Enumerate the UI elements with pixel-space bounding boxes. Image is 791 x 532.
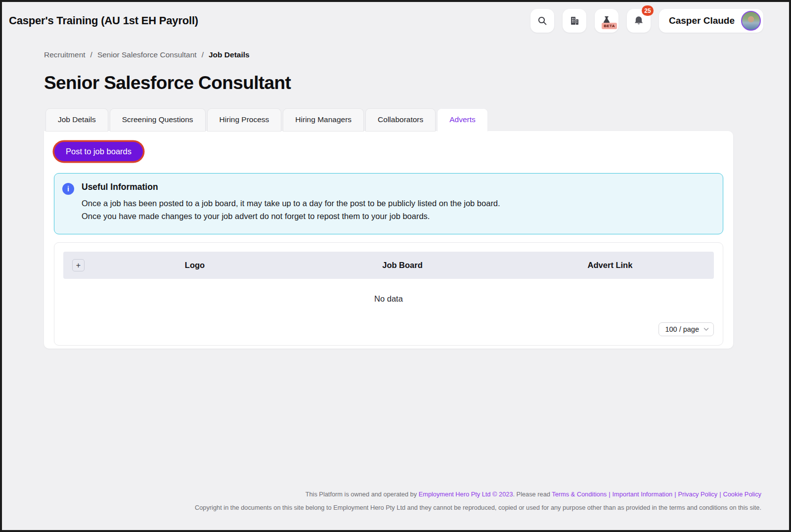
user-menu[interactable]: Casper Claude xyxy=(659,9,763,33)
post-to-job-boards-button[interactable]: Post to job boards xyxy=(54,142,143,161)
important-information-link[interactable]: Important Information xyxy=(613,490,673,498)
user-avatar xyxy=(741,11,761,31)
footer-divider: | xyxy=(674,490,676,498)
info-title: Useful Information xyxy=(82,182,500,192)
notifications-button[interactable]: 25 xyxy=(627,9,651,33)
useful-information-content: Useful Information Once a job has been p… xyxy=(82,182,500,222)
footer-divider: | xyxy=(609,490,610,498)
breadcrumb-separator: / xyxy=(90,50,92,59)
pagination: 100 / page xyxy=(63,322,714,336)
page-size-value: 100 / page xyxy=(665,325,699,333)
organisation-switch-button[interactable] xyxy=(563,9,586,33)
employment-hero-link[interactable]: Employment Hero Pty Ltd © 2023 xyxy=(419,490,513,498)
search-icon xyxy=(537,15,548,26)
column-header-job-board: Job Board xyxy=(299,261,506,270)
terms-and-conditions-link[interactable]: Terms & Conditions xyxy=(552,490,607,498)
breadcrumb: Recruitment / Senior Salesforce Consulta… xyxy=(44,50,789,59)
breadcrumb-item-current: Job Details xyxy=(209,50,250,59)
tab-hiring-process[interactable]: Hiring Process xyxy=(207,108,282,132)
tab-collaborators[interactable]: Collaborators xyxy=(365,108,436,132)
info-line-1: Once a job has been posted to a job boar… xyxy=(82,197,500,210)
privacy-policy-link[interactable]: Privacy Policy xyxy=(678,490,717,498)
expand-all-button[interactable]: + xyxy=(72,259,85,271)
footer-divider: | xyxy=(719,490,721,498)
breadcrumb-item-job[interactable]: Senior Salesforce Consultant xyxy=(97,50,197,59)
beta-features-button[interactable]: BETA xyxy=(595,9,618,33)
column-header-advert-link: Advert Link xyxy=(506,261,714,270)
info-icon xyxy=(62,183,74,195)
breadcrumb-separator: / xyxy=(202,50,204,59)
recruitment-app-window: { "header": { "app_title": "Casper's Tra… xyxy=(0,0,791,532)
tab-job-details[interactable]: Job Details xyxy=(45,108,108,132)
cookie-policy-link[interactable]: Cookie Policy xyxy=(723,490,761,498)
useful-information-callout: Useful Information Once a job has been p… xyxy=(54,173,723,234)
notification-count-badge: 25 xyxy=(642,5,654,16)
adverts-tab-panel: Post to job boards Useful Information On… xyxy=(44,131,733,349)
user-name: Casper Claude xyxy=(669,15,735,26)
footer-text: This Platform is owned and operated by xyxy=(306,490,419,498)
tab-adverts[interactable]: Adverts xyxy=(437,108,488,132)
column-header-logo: Logo xyxy=(91,261,299,270)
app-title: Casper's Training (AU 1st EH Payroll) xyxy=(9,14,198,27)
footer-text: . Please read xyxy=(513,490,552,498)
info-line-2: Once you have made changes to your job a… xyxy=(82,210,500,222)
adverts-table-card: + Logo Job Board Advert Link No data 100… xyxy=(54,242,723,346)
header-actions: BETA 25 Casper Claude xyxy=(530,9,763,33)
site-footer: This Platform is owned and operated by E… xyxy=(195,490,761,511)
page-title: Senior Salesforce Consultant xyxy=(44,73,789,93)
table-empty-state: No data xyxy=(63,279,714,322)
search-button[interactable] xyxy=(530,9,554,33)
tab-bar: Job Details Screening Questions Hiring P… xyxy=(45,108,789,132)
buildings-icon xyxy=(569,15,580,27)
topbar: Casper's Training (AU 1st EH Payroll) xyxy=(2,2,789,33)
beta-badge: BETA xyxy=(602,23,617,29)
tab-screening-questions[interactable]: Screening Questions xyxy=(110,108,206,132)
bell-icon xyxy=(633,15,645,27)
footer-line-1: This Platform is owned and operated by E… xyxy=(195,490,761,498)
adverts-table-header: + Logo Job Board Advert Link xyxy=(63,252,714,279)
footer-copyright: Copyright in the documents on this site … xyxy=(195,504,761,511)
tab-hiring-managers[interactable]: Hiring Managers xyxy=(283,108,364,132)
page-size-select[interactable]: 100 / page xyxy=(659,322,714,336)
chevron-down-icon xyxy=(703,327,709,331)
breadcrumb-item-recruitment[interactable]: Recruitment xyxy=(44,50,86,59)
